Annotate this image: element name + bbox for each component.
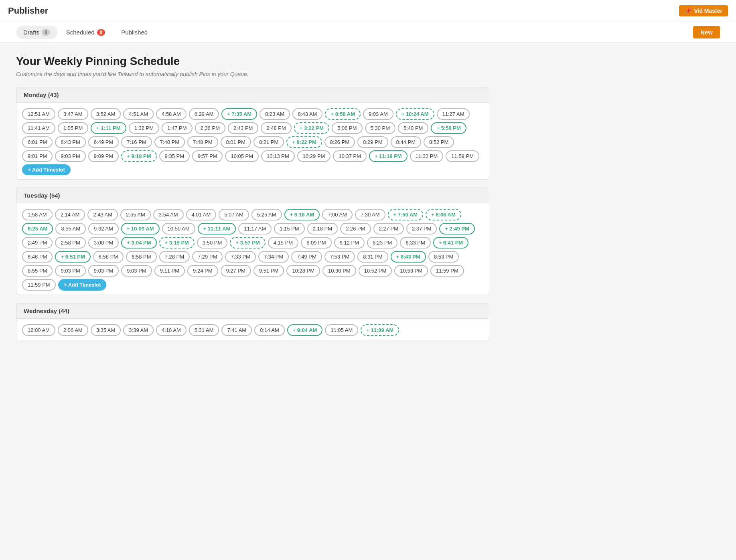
timeslot-0-17[interactable]: 1:47 PM — [162, 122, 192, 134]
tab-published[interactable]: Published — [114, 26, 155, 39]
timeslot-0-13[interactable]: 11:41 AM — [22, 122, 55, 134]
timeslot-1-3[interactable]: 2:55 AM — [120, 209, 151, 220]
timeslot-1-14[interactable]: 8:55 AM — [55, 223, 86, 235]
timeslot-0-22[interactable]: 5:06 PM — [332, 122, 362, 134]
timeslot-1-20[interactable]: 1:15 PM — [274, 223, 304, 235]
timeslot-0-11[interactable]: + 10:24 AM — [396, 108, 434, 120]
timeslot-0-41[interactable]: 9:09 PM — [88, 150, 119, 162]
timeslot-0-28[interactable]: 6:49 PM — [88, 136, 119, 148]
timeslot-1-51[interactable]: 8:53 PM — [428, 251, 459, 263]
timeslot-1-11[interactable]: + 7:56 AM — [388, 209, 424, 220]
timeslot-0-30[interactable]: 7:40 PM — [154, 136, 185, 148]
timeslot-1-62[interactable]: 10:52 PM — [359, 265, 392, 277]
tab-scheduled[interactable]: Scheduled 0 — [59, 26, 113, 39]
timeslot-0-20[interactable]: 2:48 PM — [261, 122, 291, 134]
timeslot-2-9[interactable]: 11:05 AM — [325, 324, 358, 336]
timeslot-0-35[interactable]: 8:26 PM — [324, 136, 355, 148]
timeslot-0-10[interactable]: 9:03 AM — [363, 108, 393, 120]
timeslot-1-5[interactable]: 4:01 AM — [186, 209, 217, 220]
timeslot-0-33[interactable]: 8:21 PM — [253, 136, 284, 148]
timeslot-0-52[interactable]: + Add Timeslot — [22, 164, 71, 175]
timeslot-1-30[interactable]: + 3:19 PM — [159, 237, 195, 249]
timeslot-0-37[interactable]: 8:44 PM — [391, 136, 421, 148]
timeslot-0-15[interactable]: + 1:11 PM — [91, 122, 126, 134]
timeslot-1-22[interactable]: 2:26 PM — [340, 223, 371, 235]
timeslot-0-25[interactable]: + 5:56 PM — [431, 122, 466, 134]
timeslot-0-45[interactable]: 10:05 PM — [225, 150, 259, 162]
timeslot-0-51[interactable]: 11:59 PM — [446, 150, 479, 162]
timeslot-0-44[interactable]: 9:57 PM — [192, 150, 223, 162]
timeslot-1-7[interactable]: 5:25 AM — [251, 209, 282, 220]
timeslot-1-25[interactable]: + 2:49 PM — [439, 223, 474, 235]
timeslot-1-9[interactable]: 7:00 AM — [322, 209, 353, 220]
timeslot-0-4[interactable]: 4:58 AM — [156, 108, 187, 120]
timeslot-0-32[interactable]: 8:01 PM — [221, 136, 251, 148]
timeslot-0-1[interactable]: 3:47 AM — [58, 108, 88, 120]
timeslot-1-52[interactable]: 8:55 PM — [22, 265, 53, 277]
timeslot-1-21[interactable]: 2:18 PM — [307, 223, 338, 235]
timeslot-1-59[interactable]: 9:51 PM — [253, 265, 284, 277]
timeslot-1-0[interactable]: 1:58 AM — [22, 209, 53, 220]
timeslot-0-46[interactable]: 10:13 PM — [261, 150, 295, 162]
timeslot-0-0[interactable]: 12:51 AM — [22, 108, 55, 120]
timeslot-1-39[interactable]: 6:46 PM — [22, 251, 53, 263]
timeslot-2-3[interactable]: 3:39 AM — [123, 324, 154, 336]
timeslot-1-33[interactable]: 4:15 PM — [268, 237, 298, 249]
timeslot-1-13[interactable]: 8:25 AM — [22, 223, 53, 235]
timeslot-0-16[interactable]: 1:32 PM — [129, 122, 159, 134]
timeslot-0-21[interactable]: + 3:22 PM — [294, 122, 329, 134]
timeslot-1-44[interactable]: 7:29 PM — [192, 251, 223, 263]
timeslot-0-14[interactable]: 1:05 PM — [58, 122, 88, 134]
timeslot-2-0[interactable]: 12:00 AM — [22, 324, 55, 336]
timeslot-2-1[interactable]: 2:06 AM — [58, 324, 88, 336]
timeslot-0-36[interactable]: 8:29 PM — [357, 136, 388, 148]
timeslot-1-29[interactable]: + 3:04 PM — [121, 237, 156, 249]
timeslot-2-10[interactable]: + 11:09 AM — [361, 324, 399, 336]
timeslot-2-7[interactable]: 8:14 AM — [254, 324, 285, 336]
timeslot-0-26[interactable]: 6:01 PM — [22, 136, 53, 148]
timeslot-1-18[interactable]: + 11:11 AM — [198, 223, 236, 235]
timeslot-0-24[interactable]: 5:40 PM — [398, 122, 428, 134]
timeslot-0-5[interactable]: 6:29 AM — [189, 108, 219, 120]
timeslot-1-47[interactable]: 7:49 PM — [291, 251, 322, 263]
timeslot-1-28[interactable]: 3:00 PM — [88, 237, 119, 249]
timeslot-2-2[interactable]: 3:35 AM — [91, 324, 121, 336]
timeslot-0-34[interactable]: + 8:22 PM — [286, 136, 322, 148]
timeslot-1-53[interactable]: 9:03 PM — [55, 265, 85, 277]
timeslot-2-5[interactable]: 5:31 AM — [189, 324, 219, 336]
timeslot-1-37[interactable]: 6:33 PM — [400, 237, 430, 249]
new-button[interactable]: New — [693, 26, 720, 38]
timeslot-2-8[interactable]: + 9:04 AM — [287, 324, 323, 336]
timeslot-1-27[interactable]: 2:58 PM — [55, 237, 85, 249]
timeslot-1-40[interactable]: + 6:51 PM — [55, 251, 90, 263]
timeslot-0-7[interactable]: 8:23 AM — [260, 108, 290, 120]
timeslot-0-43[interactable]: 9:35 PM — [159, 150, 190, 162]
timeslot-1-6[interactable]: 5:07 AM — [219, 209, 249, 220]
timeslot-1-66[interactable]: + Add Timeslot — [58, 279, 107, 291]
timeslot-1-57[interactable]: 9:24 PM — [187, 265, 218, 277]
timeslot-0-49[interactable]: + 11:18 PM — [369, 150, 408, 162]
timeslot-1-41[interactable]: 6:58 PM — [93, 251, 124, 263]
timeslot-0-12[interactable]: 11:27 AM — [437, 108, 470, 120]
timeslot-1-36[interactable]: 6:23 PM — [367, 237, 397, 249]
timeslot-1-31[interactable]: 3:50 PM — [197, 237, 227, 249]
timeslot-1-60[interactable]: 10:28 PM — [286, 265, 320, 277]
timeslot-0-23[interactable]: 5:30 PM — [365, 122, 395, 134]
tab-drafts[interactable]: Drafts 0 — [16, 26, 57, 39]
timeslot-0-6[interactable]: + 7:35 AM — [221, 108, 257, 120]
timeslot-0-39[interactable]: 9:01 PM — [22, 150, 53, 162]
timeslot-1-48[interactable]: 7:53 PM — [324, 251, 355, 263]
timeslot-1-2[interactable]: 2:43 AM — [87, 209, 118, 220]
timeslot-0-48[interactable]: 10:37 PM — [333, 150, 367, 162]
timeslot-0-42[interactable]: + 9:18 PM — [121, 150, 156, 162]
timeslot-1-49[interactable]: 8:31 PM — [357, 251, 388, 263]
timeslot-0-31[interactable]: 7:48 PM — [187, 136, 218, 148]
timeslot-1-50[interactable]: + 8:43 PM — [391, 251, 426, 263]
timeslot-0-27[interactable]: 6:43 PM — [55, 136, 85, 148]
timeslot-1-65[interactable]: 11:59 PM — [22, 279, 56, 291]
timeslot-1-58[interactable]: 9:27 PM — [221, 265, 251, 277]
timeslot-1-56[interactable]: 9:11 PM — [154, 265, 185, 277]
top-bar-right-button[interactable]: 📌 Vid Master — [679, 5, 728, 16]
timeslot-1-8[interactable]: + 6:16 AM — [284, 209, 320, 220]
timeslot-2-4[interactable]: 4:18 AM — [156, 324, 187, 336]
